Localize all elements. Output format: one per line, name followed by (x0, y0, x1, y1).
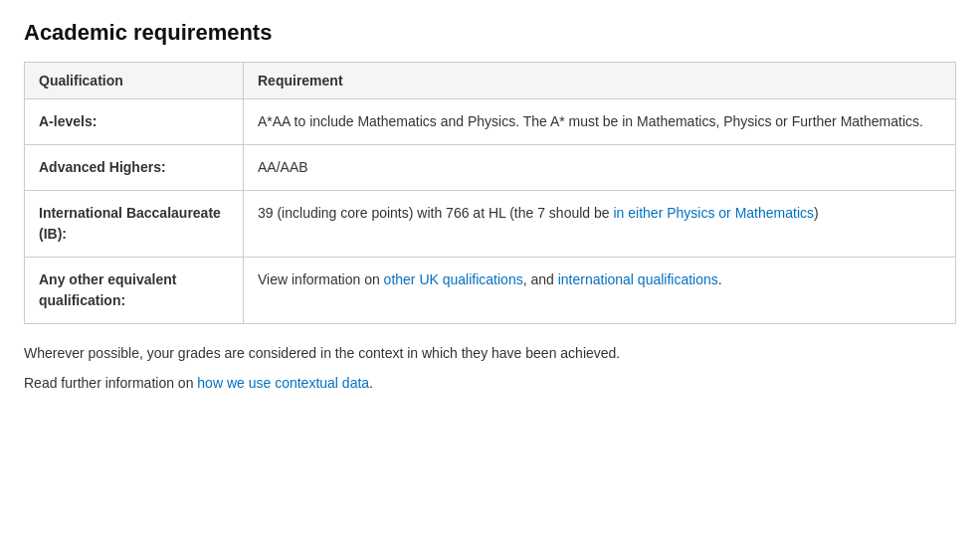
footnote-content: Wherever possible, your grades are consi… (24, 345, 620, 361)
requirement-text: A*AA to include Mathematics and Physics.… (258, 113, 923, 129)
table-row: A-levels: A*AA to include Mathematics an… (25, 99, 956, 145)
qualification-label: Advanced Highers: (39, 159, 166, 175)
col-header-requirement: Requirement (244, 63, 956, 99)
international-qualifications-link[interactable]: international qualifications (558, 271, 718, 287)
qualification-cell: International Baccalaureate (IB): (25, 191, 244, 258)
requirement-cell: View information on other UK qualificati… (244, 258, 956, 324)
footnote-text: Wherever possible, your grades are consi… (24, 342, 956, 364)
qualification-cell: Any other equivalent qualification: (25, 258, 244, 324)
requirement-text-pre: 39 (including core points) with 766 at H… (258, 205, 613, 221)
further-info-pre: Read further information on (24, 375, 197, 391)
page-title: Academic requirements (24, 20, 956, 46)
qualification-cell: A-levels: (25, 99, 244, 145)
requirement-text-post: . (718, 271, 722, 287)
qualification-cell: Advanced Highers: (25, 145, 244, 191)
uk-qualifications-link[interactable]: other UK qualifications (384, 271, 523, 287)
table-row: Advanced Highers: AA/AAB (25, 145, 956, 191)
requirement-text-separator: , and (523, 271, 558, 287)
requirement-text-post: ) (814, 205, 819, 221)
ib-physics-math-link[interactable]: in either Physics or Mathematics (613, 205, 814, 221)
qualification-label: Any other equivalent qualification: (39, 271, 176, 308)
further-info-text: Read further information on how we use c… (24, 372, 956, 394)
table-row: Any other equivalent qualification: View… (25, 258, 956, 324)
requirement-text: AA/AAB (258, 159, 308, 175)
qualification-label: International Baccalaureate (IB): (39, 205, 221, 242)
requirement-cell: AA/AAB (244, 145, 956, 191)
table-row: International Baccalaureate (IB): 39 (in… (25, 191, 956, 258)
requirement-text-pre: View information on (258, 271, 384, 287)
col-header-qualification: Qualification (25, 63, 244, 99)
further-info-post: . (369, 375, 373, 391)
requirement-cell: 39 (including core points) with 766 at H… (244, 191, 956, 258)
requirements-table: Qualification Requirement A-levels: A*AA… (24, 62, 956, 324)
contextual-data-link[interactable]: how we use contextual data (197, 375, 369, 391)
requirement-cell: A*AA to include Mathematics and Physics.… (244, 99, 956, 145)
qualification-label: A-levels: (39, 113, 97, 129)
